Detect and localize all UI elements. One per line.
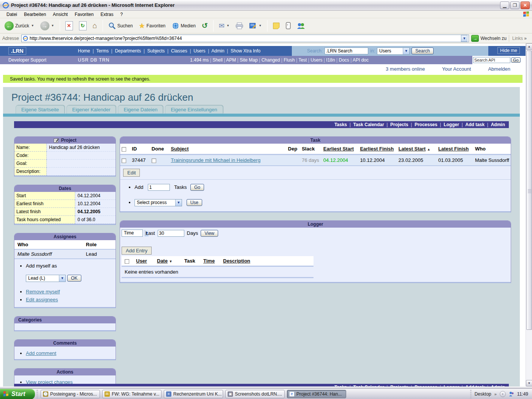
col-time-sort[interactable]: Time xyxy=(203,258,215,264)
minimize-button[interactable]: ▁ xyxy=(500,2,509,9)
start-button[interactable]: Start xyxy=(0,389,35,399)
col-user-sort[interactable]: User xyxy=(136,258,147,264)
favorites-button[interactable]: ★ Favoriten xyxy=(136,21,168,31)
tab-eigene-einstellungen[interactable]: Eigene Einstellungen xyxy=(165,105,223,114)
col-earliest-finish-sort[interactable]: Earliest Finish xyxy=(360,146,394,152)
lrn-search-input[interactable] xyxy=(325,48,368,54)
menu-favoriten[interactable]: Favoriten xyxy=(71,11,97,18)
dev-link-docs[interactable]: Docs xyxy=(335,57,349,63)
logger-select-all-checkbox[interactable] xyxy=(125,259,129,264)
forward-dropdown-icon[interactable]: ▼ xyxy=(51,24,54,27)
process-select[interactable]: Select process ▼ xyxy=(135,199,182,206)
task-done-checkbox[interactable] xyxy=(152,158,156,163)
tab-eigene-startseite[interactable]: Eigene Startseite xyxy=(16,105,65,114)
lrn-nav-terms[interactable]: Terms xyxy=(90,48,109,54)
dev-link-changed[interactable]: Changed xyxy=(258,57,280,63)
lrn-nav-departments[interactable]: Departments xyxy=(109,48,141,54)
chevron-expand-icon[interactable]: » xyxy=(494,392,497,396)
role-select[interactable]: Lead (L) ▼ xyxy=(26,275,66,282)
ok-button[interactable]: OK xyxy=(67,275,81,282)
remove-myself-link[interactable]: Remove myself xyxy=(26,289,60,294)
edit-project-icon[interactable] xyxy=(54,138,59,143)
address-dropdown-icon[interactable]: ▼ xyxy=(461,35,467,42)
search-button[interactable]: Suchen xyxy=(106,21,135,31)
col-date-sort[interactable]: Date xyxy=(157,258,168,264)
hidden-icons-button[interactable]: ‹ xyxy=(500,391,506,397)
menu-ansicht[interactable]: Ansicht xyxy=(49,11,71,18)
restore-button[interactable]: ❐ xyxy=(510,2,519,9)
logger-scope-select[interactable]: Time ▼ xyxy=(122,230,143,237)
scroll-up-button[interactable]: ▲ xyxy=(526,43,532,50)
address-input[interactable]: http://www.theservice.de/project-manager… xyxy=(21,35,469,42)
add-tasks-go-button[interactable]: Go xyxy=(190,184,204,191)
col-subject-sort[interactable]: Subject xyxy=(171,146,189,152)
edit-assignees-link[interactable]: Edit assignees xyxy=(26,297,58,302)
history-button[interactable]: ↺ xyxy=(200,20,210,31)
lrn-nav-users[interactable]: Users xyxy=(187,48,206,54)
taskbar-button-project-active[interactable]: e Project #36744: Han... xyxy=(287,390,346,398)
dev-link-apm[interactable]: APM xyxy=(223,57,236,63)
close-button[interactable]: ✕ xyxy=(521,2,530,9)
lrn-nav-admin[interactable]: Admin xyxy=(206,48,225,54)
taskbar-button-document[interactable]: ≡ Rechenzentrum Uni K... xyxy=(164,390,223,398)
dev-link-flush[interactable]: Flush xyxy=(280,57,295,63)
taskbar-button-screenshots[interactable]: ▣ Screenshots dotLRN.... xyxy=(225,390,285,398)
messenger-tray-icon[interactable] xyxy=(509,391,514,397)
col-earliest-start-sort[interactable]: Earliest Start xyxy=(323,146,354,152)
sort-desc-icon[interactable]: ▼ xyxy=(169,260,173,263)
dev-link-shell[interactable]: Shell xyxy=(209,57,222,63)
links-menu[interactable]: Links xyxy=(509,35,530,42)
edit-button[interactable]: ▼ xyxy=(247,21,264,30)
notes-button[interactable] xyxy=(271,21,282,30)
home-button[interactable]: ⌂ xyxy=(90,20,100,31)
quicklaunch-grip[interactable] xyxy=(36,390,38,398)
address-url[interactable]: http://www.theservice.de/project-manager… xyxy=(30,36,459,41)
taskbar-button-outlook[interactable]: 🕓 Posteingang - Micros... xyxy=(41,390,100,398)
lrn-search-button[interactable]: Search xyxy=(412,48,434,54)
dev-link-apidoc[interactable]: API doc xyxy=(349,57,369,63)
media-button[interactable]: Medien xyxy=(169,21,198,31)
mobile-button[interactable]: * xyxy=(283,21,293,30)
col-latest-finish-sort[interactable]: Latest Finish xyxy=(438,146,469,152)
forward-button[interactable]: → ▼ xyxy=(38,20,57,32)
nav-logger[interactable]: Logger xyxy=(437,122,459,127)
select-all-checkbox[interactable] xyxy=(122,147,126,152)
print-button[interactable] xyxy=(233,21,245,30)
task-subject-link[interactable]: Trainingsrunde mit Michael in Heidelberg xyxy=(171,157,261,163)
lrn-nav-home[interactable]: Home xyxy=(78,48,90,54)
stop-button[interactable]: ✕ xyxy=(63,20,75,32)
lrn-nav-classes[interactable]: Classes xyxy=(165,48,187,54)
mail-dropdown-icon[interactable]: ▼ xyxy=(226,24,230,27)
task-row-checkbox[interactable] xyxy=(122,158,126,163)
nav-projects[interactable]: Projects xyxy=(384,122,408,127)
hide-me-link[interactable]: Hide me xyxy=(497,47,520,54)
api-search-input[interactable] xyxy=(473,57,510,63)
your-account-link[interactable]: Your Account xyxy=(442,66,471,72)
taskbar-button-mail[interactable]: ✉ FW: WG: Teilnahme v... xyxy=(102,390,162,398)
search-scope-select[interactable]: Users ▼ xyxy=(377,48,410,55)
lrn-nav-xtra[interactable]: Show Xtra Info xyxy=(224,48,260,54)
dev-link-users[interactable]: Users xyxy=(307,57,322,63)
nav-processes[interactable]: Processes xyxy=(408,122,437,127)
logger-view-button[interactable]: View xyxy=(201,230,218,237)
tab-eigene-dateien[interactable]: Eigene Dateien xyxy=(118,105,163,114)
desktop-toolbar-label[interactable]: Desktop xyxy=(475,391,491,397)
add-entry-button[interactable]: Add Entry xyxy=(122,247,152,255)
edit-dropdown-icon[interactable]: ▼ xyxy=(259,24,262,27)
col-description-sort[interactable]: Description xyxy=(223,258,250,264)
back-button[interactable]: ← Zurück ▼ xyxy=(2,20,36,32)
col-latest-start-sort[interactable]: Latest Start xyxy=(399,146,426,152)
nav-tasks[interactable]: Tasks xyxy=(334,122,347,127)
edit-task-button[interactable]: Edit xyxy=(123,169,140,177)
menu-extras[interactable]: Extras xyxy=(97,11,117,18)
logout-link[interactable]: Abmelden xyxy=(488,66,510,72)
menu-help[interactable]: ? xyxy=(117,11,126,18)
menu-bearbeiten[interactable]: Bearbeiten xyxy=(21,11,49,18)
use-process-button[interactable]: Use xyxy=(187,199,202,206)
back-dropdown-icon[interactable]: ▼ xyxy=(31,24,34,27)
scroll-thumb[interactable] xyxy=(526,51,532,330)
nav-task-calendar[interactable]: Task Calendar xyxy=(347,122,384,127)
lrn-nav-subjects[interactable]: Subjects xyxy=(141,48,165,54)
logger-days-input[interactable] xyxy=(158,230,184,237)
dev-link-sitemap[interactable]: Site Map xyxy=(236,57,258,63)
